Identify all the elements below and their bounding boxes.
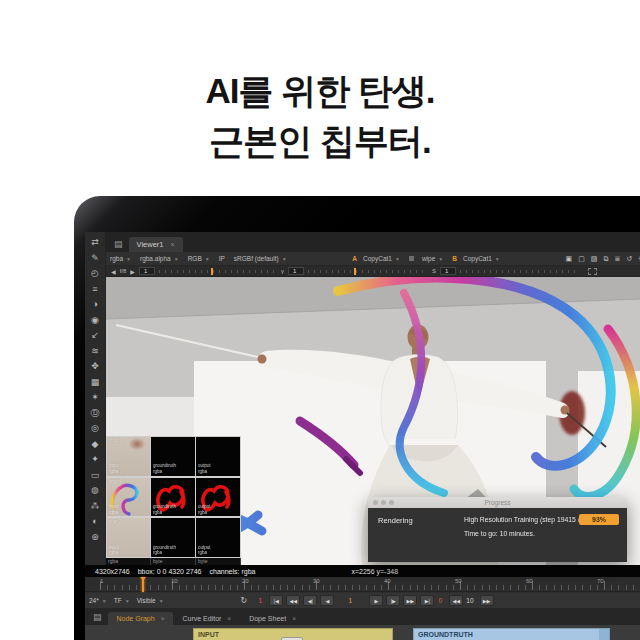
channels-readout: channels: rgba bbox=[210, 568, 256, 575]
gamma-slider[interactable] bbox=[308, 270, 428, 273]
particles-icon[interactable]: ✶ bbox=[88, 391, 103, 404]
image-read-icon[interactable]: ⇄ bbox=[88, 236, 103, 249]
channel-dropdown[interactable]: RGB ▼ bbox=[188, 255, 210, 262]
viewer-info-bar: 4320x2746 bbox: 0 0 4320 2746 channels: … bbox=[85, 565, 640, 577]
bottom-tab[interactable]: Curve Editor × bbox=[173, 612, 240, 625]
backdrop-groundtruth[interactable]: GROUNDTRUTH bbox=[413, 628, 610, 640]
transform-icon[interactable]: ✥ bbox=[88, 360, 103, 373]
wipe-swatch[interactable] bbox=[409, 256, 414, 261]
color-icon[interactable]: ◑ bbox=[88, 298, 103, 311]
step-back-button[interactable]: ◀| bbox=[303, 595, 317, 606]
format-tag: byte bbox=[196, 558, 241, 565]
channel-dropdown[interactable]: rgba ▼ bbox=[110, 255, 131, 262]
current-frame-field[interactable]: 1 bbox=[344, 595, 356, 606]
headline-line2: 근본인 칩부터. bbox=[0, 116, 640, 166]
chevron-down-icon: ▼ bbox=[395, 256, 400, 262]
timeline-ruler[interactable]: 110203040506070 bbox=[85, 577, 640, 592]
next-keyframe-button[interactable]: ▶▶ bbox=[403, 595, 417, 606]
input-b-dropdown[interactable]: B CopyCat1 ▼ bbox=[452, 255, 500, 262]
timeline-mode-dropdown[interactable]: TF ▼ bbox=[114, 597, 130, 604]
skip-back-button[interactable]: ◀◀ bbox=[449, 595, 463, 606]
refresh-icon[interactable]: ↺ bbox=[626, 255, 632, 263]
monitor-cell: crop 4 input rgba bbox=[107, 477, 151, 518]
chevron-down-icon: ▼ bbox=[102, 598, 107, 604]
extra-slider[interactable] bbox=[460, 270, 580, 273]
goto-start-button[interactable]: |◀ bbox=[269, 595, 283, 606]
out-frame-field[interactable]: 0 bbox=[434, 595, 446, 606]
close-icon[interactable]: × bbox=[292, 615, 296, 622]
other-icon[interactable]: ▭ bbox=[88, 469, 103, 482]
metadata-icon[interactable]: ◆ bbox=[88, 438, 103, 451]
frame-rect-icon[interactable]: ▢ bbox=[578, 255, 585, 263]
close-icon[interactable]: × bbox=[227, 615, 231, 622]
playback-bar: 24* ▼ TF ▼ Visible ▼ ↻ 1 |◀ bbox=[85, 593, 640, 609]
monitor-out-icon[interactable]: ▣ bbox=[566, 255, 573, 263]
gain-next-button[interactable]: ▶ bbox=[130, 268, 135, 275]
ruler-label: 30 bbox=[313, 578, 384, 584]
saturation-label: S bbox=[432, 268, 436, 274]
gain-value-field[interactable]: 1 bbox=[139, 267, 155, 275]
gain-prev-button[interactable]: ◀ bbox=[111, 268, 116, 275]
visibility-dropdown[interactable]: Visible ▼ bbox=[137, 597, 164, 604]
play-forward-button[interactable]: ▶ bbox=[369, 595, 383, 606]
chevron-down-icon: ▼ bbox=[125, 598, 130, 604]
gain-slider[interactable] bbox=[159, 270, 277, 273]
roi-rect-icon[interactable] bbox=[588, 268, 597, 275]
chevron-down-icon: ▼ bbox=[159, 598, 164, 604]
frame-increment-field[interactable]: 10 bbox=[466, 597, 473, 604]
saturation-value-field[interactable]: 1 bbox=[440, 267, 456, 275]
bottom-tab[interactable]: Dope Sheet × bbox=[240, 612, 305, 625]
gain-fstop-label[interactable]: f/8 bbox=[120, 268, 127, 274]
in-frame-field[interactable]: 1 bbox=[254, 595, 266, 606]
format-tag: byte bbox=[151, 558, 196, 565]
keyer-icon[interactable]: ↙ bbox=[88, 329, 103, 342]
scatter-icon[interactable]: ⁂ bbox=[88, 500, 103, 513]
goto-end-button[interactable]: ▶| bbox=[420, 595, 434, 606]
close-icon[interactable]: × bbox=[170, 241, 174, 248]
page: AI를 위한 탄생. 근본인 칩부터. ⇄ ✎ ◴ ≡ ◑ ◉ bbox=[0, 0, 640, 640]
play-backward-button[interactable]: ◀ bbox=[320, 595, 334, 606]
sphere-icon[interactable]: ◐ bbox=[88, 515, 103, 528]
format-tag-strip: rgbabytebyte bbox=[106, 558, 241, 565]
skip-fwd-button[interactable]: ▶▶ bbox=[480, 595, 494, 606]
resolution-readout: 4320x2746 bbox=[95, 568, 130, 575]
gamma-value-field[interactable]: 1 bbox=[288, 267, 304, 275]
close-icon[interactable]: × bbox=[161, 615, 165, 622]
wipe-pattern-icon[interactable]: ▨ bbox=[591, 255, 598, 263]
tab-viewer1[interactable]: Viewer1 × bbox=[129, 237, 183, 252]
channel-dropdown[interactable]: sRGBf (default) ▼ bbox=[234, 255, 287, 262]
fps-dropdown[interactable]: 24* ▼ bbox=[89, 597, 107, 604]
merge-icon[interactable]: ≋ bbox=[88, 345, 103, 358]
channel-dropdown[interactable]: rgba.alpha ▼ bbox=[140, 255, 179, 262]
step-forward-button[interactable]: |▶ bbox=[386, 595, 400, 606]
toolsets-icon[interactable]: ✦ bbox=[88, 453, 103, 466]
progress-dialog: Progress Rendering High Resolution Train… bbox=[368, 497, 627, 562]
wipe-mode-dropdown[interactable]: wipe ▼ bbox=[422, 255, 443, 262]
ruler-label: 20 bbox=[242, 578, 313, 584]
format-tag: rgba bbox=[106, 558, 151, 565]
loop-mode-icon[interactable]: ↻ bbox=[241, 596, 248, 605]
filter-icon[interactable]: ◉ bbox=[88, 314, 103, 327]
globe-icon[interactable]: ⊛ bbox=[88, 531, 103, 544]
panel-menu-icon[interactable]: ▤ bbox=[114, 239, 123, 249]
viewer-gain-bar: ◀ f/8 ▶ 1 γ 1 S 1 bbox=[106, 266, 640, 277]
dialog-titlebar[interactable]: Progress bbox=[368, 497, 627, 508]
channel-dropdown[interactable]: IP ▼ bbox=[219, 255, 225, 262]
playhead[interactable] bbox=[142, 577, 144, 592]
draw-icon[interactable]: ✎ bbox=[88, 252, 103, 265]
deep-icon[interactable]: Ⓓ bbox=[88, 407, 103, 420]
input-a-dropdown[interactable]: A CopyCat1 ▼ bbox=[352, 255, 400, 262]
float-window-icon[interactable]: ⧉ bbox=[603, 255, 608, 263]
3d-icon[interactable]: ▦ bbox=[88, 376, 103, 389]
monitor-cell: output rgba bbox=[196, 477, 241, 518]
channel-icon[interactable]: ≡ bbox=[88, 283, 103, 296]
views-icon[interactable]: ◎ bbox=[88, 422, 103, 435]
panel-menu-icon[interactable]: ▤ bbox=[93, 612, 102, 622]
prev-keyframe-button[interactable]: ◀◀ bbox=[286, 595, 300, 606]
window-controls[interactable] bbox=[373, 500, 394, 505]
bottom-tab[interactable]: Node Graph × bbox=[108, 612, 174, 625]
chevron-down-icon: ▼ bbox=[205, 256, 210, 262]
channels-stack-icon[interactable]: ≣ bbox=[614, 255, 620, 263]
time-icon[interactable]: ◴ bbox=[88, 267, 103, 280]
render-icon[interactable]: ◍ bbox=[88, 484, 103, 497]
